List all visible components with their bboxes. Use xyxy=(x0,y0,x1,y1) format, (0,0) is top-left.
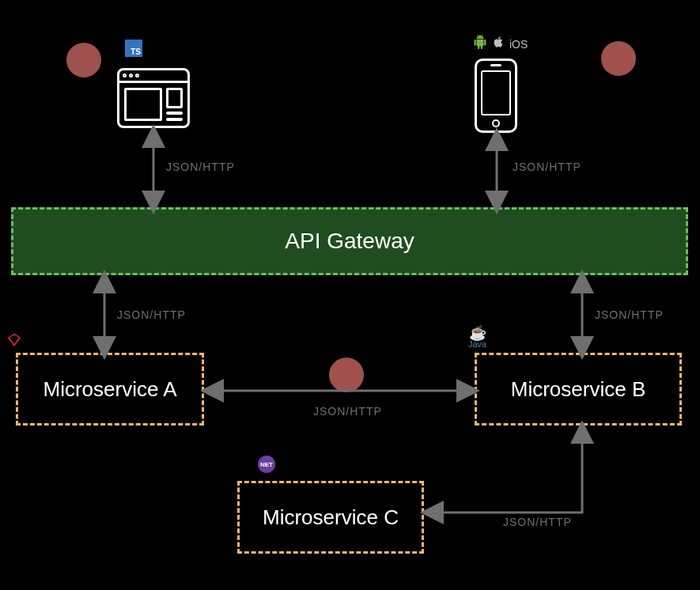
microservice-c-node: Microservice C xyxy=(237,481,424,554)
protocol-label: JSON/HTTP xyxy=(166,161,235,173)
apple-icon xyxy=(492,35,505,53)
mobile-platform-icons: iOS xyxy=(473,35,528,53)
microservice-b-node: Microservice B xyxy=(475,353,682,425)
typescript-icon: TS xyxy=(125,40,142,57)
mobile-client-icon xyxy=(475,59,517,133)
android-icon xyxy=(473,35,487,53)
protocol-label: JSON/HTTP xyxy=(503,516,572,528)
decorative-dot xyxy=(329,357,364,392)
decorative-dot xyxy=(601,41,636,76)
ios-label: iOS xyxy=(509,38,528,51)
browser-client-icon xyxy=(117,68,190,128)
protocol-label: JSON/HTTP xyxy=(313,405,382,418)
microservice-b-label: Microservice B xyxy=(511,377,645,402)
dotnet-icon: NET xyxy=(258,456,275,473)
microservice-c-label: Microservice C xyxy=(263,505,399,530)
microservice-a-node: Microservice A xyxy=(16,353,204,425)
protocol-label: JSON/HTTP xyxy=(513,161,581,173)
microservice-a-label: Microservice A xyxy=(43,377,176,402)
decorative-dot xyxy=(66,43,101,78)
ruby-icon xyxy=(6,332,22,352)
api-gateway-node: API Gateway xyxy=(11,207,688,275)
api-gateway-label: API Gateway xyxy=(285,229,414,254)
protocol-label: JSON/HTTP xyxy=(595,308,664,321)
protocol-label: JSON/HTTP xyxy=(117,308,186,321)
java-icon: ☕ Java xyxy=(468,326,486,349)
